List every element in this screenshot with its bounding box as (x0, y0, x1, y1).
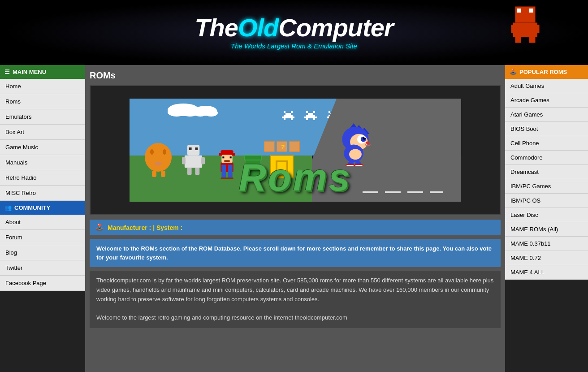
right-item-ibm-pc-games[interactable]: IBM/PC Games (505, 179, 588, 194)
svg-rect-15 (291, 111, 293, 113)
svg-rect-38 (430, 191, 443, 193)
right-item-dreamcast[interactable]: Dreamcast (505, 165, 588, 179)
svg-point-43 (163, 149, 166, 155)
svg-rect-80 (290, 142, 299, 151)
svg-rect-21 (306, 111, 308, 113)
banner-image: theoldcomputer.com (130, 99, 461, 202)
svg-point-13 (204, 109, 218, 117)
svg-rect-52 (189, 147, 191, 150)
svg-rect-1 (517, 9, 521, 13)
svg-rect-58 (195, 168, 199, 175)
space-invader-1 (282, 111, 294, 120)
banner-area: theoldcomputer.com (90, 85, 501, 215)
svg-text:?: ? (281, 143, 285, 151)
sidebar-item-box-art[interactable]: Box Art (0, 125, 85, 140)
sidebar-item-forum[interactable]: Forum (0, 230, 85, 245)
svg-rect-37 (407, 191, 423, 193)
clouds (165, 101, 219, 117)
right-sidebar: 🕹️ POPULAR ROMS Adult Games Arcade Games… (505, 65, 588, 372)
svg-rect-69 (228, 172, 232, 178)
description-text: Theoldcomputer.com is by far the worlds … (96, 276, 494, 304)
svg-rect-23 (308, 113, 313, 115)
svg-rect-24 (306, 115, 315, 117)
right-item-laser-disc[interactable]: Laser Disc (505, 208, 588, 222)
right-item-adult-games[interactable]: Adult Games (505, 79, 588, 93)
svg-rect-14 (284, 111, 285, 113)
svg-rect-71 (227, 177, 233, 179)
menu-icon: ☰ (4, 69, 10, 75)
site-logo: TheOldComputer (195, 15, 393, 40)
svg-rect-18 (282, 117, 294, 118)
roms-banner-text: Roms (238, 156, 351, 199)
svg-rect-53 (195, 147, 198, 150)
logo-the: The (195, 13, 238, 42)
svg-rect-16 (285, 113, 291, 115)
svg-rect-70 (220, 177, 227, 179)
sidebar-item-blog[interactable]: Blog (0, 245, 85, 260)
right-item-cell-phone[interactable]: Cell Phone (505, 136, 588, 151)
welcome2-text: Welcome to the largest retro gaming and … (96, 313, 494, 323)
svg-rect-67 (228, 165, 232, 172)
community-header: 👥 COMMUNITY (0, 201, 85, 215)
site-subtitle: The Worlds Largest Rom & Emulation Site (231, 42, 357, 50)
joystick-icon: 🕹️ (95, 223, 104, 232)
svg-rect-55 (182, 157, 185, 164)
main-menu-label: MAIN MENU (13, 69, 46, 75)
right-item-atari-games[interactable]: Atari Games (505, 108, 588, 122)
right-item-ibm-pc-os[interactable]: IBM/PC OS (505, 194, 588, 208)
right-item-arcade-games[interactable]: Arcade Games (505, 93, 588, 108)
svg-point-42 (150, 149, 154, 155)
svg-rect-54 (184, 156, 202, 168)
svg-rect-64 (224, 160, 229, 162)
community-label: COMMUNITY (14, 204, 50, 211)
char-red (217, 150, 237, 179)
road-markings (363, 190, 443, 195)
svg-rect-51 (187, 145, 199, 156)
svg-rect-25 (304, 117, 317, 118)
svg-rect-63 (229, 156, 231, 158)
right-item-commodore[interactable]: Commodore (505, 151, 588, 165)
svg-rect-68 (221, 172, 226, 178)
description-box: Theoldcomputer.com is by far the worlds … (90, 271, 501, 328)
main-layout: ☰ MAIN MENU Home Roms Emulators Box Art … (0, 65, 588, 372)
sidebar-item-about[interactable]: About (0, 215, 85, 230)
welcome-box: Welcome to the ROMs section of the ROM D… (90, 239, 501, 267)
sidebar-item-game-music[interactable]: Game Music (0, 140, 85, 155)
svg-rect-62 (222, 156, 224, 158)
brick-blocks: ? (264, 141, 300, 155)
right-item-mame-072[interactable]: MAME 0.72 (505, 251, 588, 265)
left-sidebar: ☰ MAIN MENU Home Roms Emulators Box Art … (0, 65, 85, 372)
site-header: TheOldComputer The Worlds Largest Rom & … (0, 0, 588, 65)
svg-rect-17 (284, 115, 293, 117)
sidebar-item-roms[interactable]: Roms (0, 94, 85, 109)
manufacturer-text: Manufacturer : | System : (108, 224, 182, 231)
welcome-text: Welcome to the ROMs section of the ROM D… (96, 245, 492, 261)
right-item-mame-4all[interactable]: MAME 4 ALL (505, 265, 588, 280)
svg-point-94 (364, 137, 366, 138)
svg-rect-66 (221, 165, 226, 172)
svg-point-48 (155, 162, 162, 165)
svg-rect-20 (291, 118, 293, 120)
char-white-robot (181, 145, 206, 178)
sidebar-item-emulators[interactable]: Emulators (0, 109, 85, 125)
svg-point-95 (366, 142, 369, 144)
sidebar-item-manuals[interactable]: Manuals (0, 155, 85, 170)
svg-rect-57 (187, 168, 191, 175)
sidebar-item-retro-radio[interactable]: Retro Radio (0, 170, 85, 186)
right-item-mame-all[interactable]: MAME ROMs (All) (505, 222, 588, 237)
svg-rect-56 (201, 157, 205, 164)
logo-computer: Computer (278, 13, 393, 42)
svg-rect-26 (306, 118, 308, 120)
sidebar-item-facebook[interactable]: Facebook Page (0, 276, 85, 291)
svg-rect-19 (284, 118, 285, 120)
popular-roms-label: POPULAR ROMS (519, 69, 567, 75)
page-title: ROMs (90, 69, 501, 82)
popular-roms-header: 🕹️ POPULAR ROMS (505, 65, 588, 79)
right-item-bios-boot[interactable]: BIOS Boot (505, 122, 588, 136)
svg-rect-50 (161, 171, 165, 177)
svg-rect-28 (329, 111, 330, 113)
right-item-mame-037[interactable]: MAME 0.37b11 (505, 237, 588, 251)
sidebar-item-twitter[interactable]: Twitter (0, 260, 85, 276)
sidebar-item-home[interactable]: Home (0, 79, 85, 94)
sidebar-item-misc-retro[interactable]: MISC Retro (0, 186, 85, 201)
